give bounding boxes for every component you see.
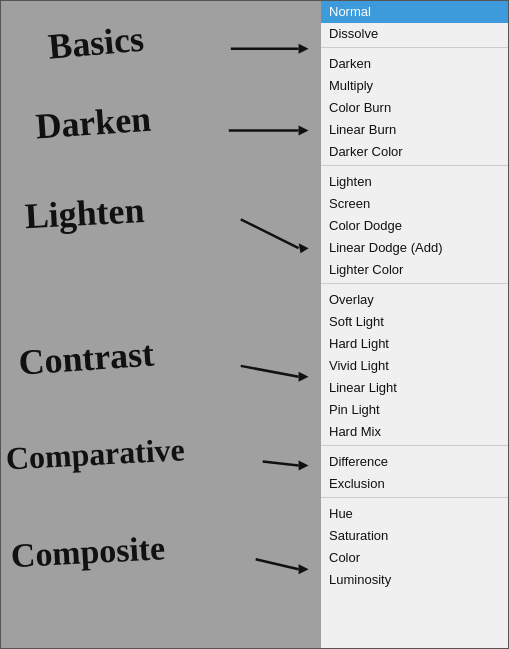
blend-dissolve[interactable]: Dissolve	[321, 23, 508, 45]
svg-text:Darken: Darken	[34, 99, 152, 147]
blend-linear-light[interactable]: Linear Light	[321, 377, 508, 399]
blend-multiply[interactable]: Multiply	[321, 75, 508, 97]
blend-linear-burn[interactable]: Linear Burn	[321, 119, 508, 141]
blend-luminosity[interactable]: Luminosity	[321, 569, 508, 591]
blend-darken[interactable]: Darken	[321, 53, 508, 75]
section-comparative: Difference Exclusion	[321, 451, 508, 495]
right-panel: Normal Dissolve Darken Multiply Color Bu…	[321, 1, 508, 648]
blend-color-burn[interactable]: Color Burn	[321, 97, 508, 119]
blend-screen[interactable]: Screen	[321, 193, 508, 215]
blend-saturation[interactable]: Saturation	[321, 525, 508, 547]
blend-color[interactable]: Color	[321, 547, 508, 569]
section-contrast: Overlay Soft Light Hard Light Vivid Ligh…	[321, 289, 508, 443]
section-composite: Hue Saturation Color Luminosity	[321, 503, 508, 591]
svg-text:Lighten: Lighten	[24, 190, 146, 236]
blend-normal[interactable]: Normal	[321, 1, 508, 23]
svg-text:Basics: Basics	[47, 19, 146, 67]
section-basics: Normal Dissolve	[321, 1, 508, 45]
blend-hue[interactable]: Hue	[321, 503, 508, 525]
blend-linear-dodge[interactable]: Linear Dodge (Add)	[321, 237, 508, 259]
section-lighten: Lighten Screen Color Dodge Linear Dodge …	[321, 171, 508, 281]
blend-overlay[interactable]: Overlay	[321, 289, 508, 311]
blend-lighter-color[interactable]: Lighter Color	[321, 259, 508, 281]
blend-hard-mix[interactable]: Hard Mix	[321, 421, 508, 443]
blend-difference[interactable]: Difference	[321, 451, 508, 473]
blend-lighten[interactable]: Lighten	[321, 171, 508, 193]
blend-pin-light[interactable]: Pin Light	[321, 399, 508, 421]
section-darken: Darken Multiply Color Burn Linear Burn D…	[321, 53, 508, 163]
left-panel: Basics Darken Lighten Contrast Comparati…	[1, 1, 321, 648]
blend-darker-color[interactable]: Darker Color	[321, 141, 508, 163]
blend-color-dodge[interactable]: Color Dodge	[321, 215, 508, 237]
blend-exclusion[interactable]: Exclusion	[321, 473, 508, 495]
blend-vivid-light[interactable]: Vivid Light	[321, 355, 508, 377]
blend-hard-light[interactable]: Hard Light	[321, 333, 508, 355]
blend-soft-light[interactable]: Soft Light	[321, 311, 508, 333]
